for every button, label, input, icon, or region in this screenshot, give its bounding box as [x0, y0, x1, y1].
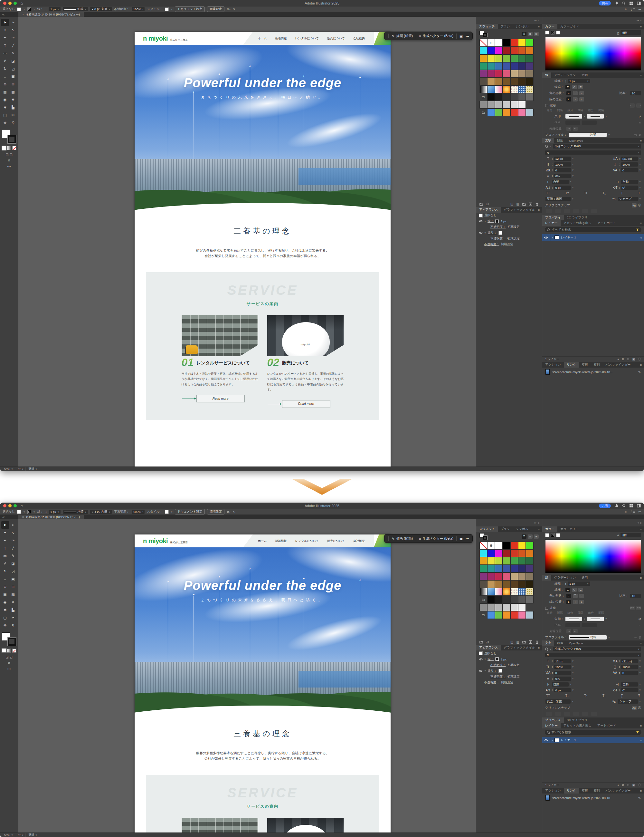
swatch[interactable] — [526, 557, 534, 565]
new-swatch-icon[interactable] — [529, 640, 532, 644]
swatch[interactable] — [480, 573, 487, 580]
swatch[interactable] — [518, 47, 526, 54]
panel-menu-icon[interactable]: ≡ — [538, 645, 542, 650]
tab-appearance[interactable]: アピアランス — [476, 645, 501, 650]
direct-selection-tool-icon[interactable]: ➢ — [9, 521, 17, 529]
swatch[interactable] — [487, 62, 495, 70]
distribute-icon[interactable]: ⋮≡ — [630, 510, 635, 514]
superscript-button[interactable]: T¹ — [584, 694, 587, 698]
direct-selection-tool-icon[interactable]: ➢ — [9, 19, 17, 26]
new-swatch-icon[interactable] — [529, 202, 532, 206]
subscript-button[interactable]: T₁ — [603, 191, 605, 195]
panel-menu-icon[interactable]: ≡ — [640, 723, 644, 729]
tracking-field[interactable]: 0 — [621, 671, 638, 675]
swatch[interactable] — [480, 604, 487, 611]
swatch[interactable] — [480, 549, 487, 557]
opacity-field[interactable]: 100%› — [132, 510, 145, 514]
info-icon[interactable]: ⓘ — [638, 203, 641, 207]
swatch[interactable] — [503, 596, 510, 604]
new-sublayer-icon[interactable]: ⊞ — [627, 783, 629, 787]
color-black-chip[interactable] — [551, 31, 554, 34]
bell-icon[interactable] — [615, 1, 619, 5]
swatch-libraries-icon[interactable] — [480, 640, 483, 644]
align-icon[interactable]: ⌗ — [625, 510, 627, 514]
superscript-button[interactable]: T¹ — [584, 191, 587, 195]
layer-name[interactable]: レイヤー 1 — [561, 236, 576, 240]
swatch[interactable] — [510, 70, 518, 78]
cap-butt-icon[interactable]: ⊏ — [565, 85, 570, 89]
panel-menu-icon[interactable]: ≡ — [538, 207, 542, 213]
panel-menu-icon[interactable]: ≡ — [640, 138, 644, 143]
swatch[interactable] — [480, 62, 487, 70]
new-layer-icon[interactable]: ▣ — [632, 358, 635, 361]
swatch[interactable] — [518, 101, 526, 108]
color-mode-button[interactable] — [2, 648, 6, 653]
swatch[interactable] — [526, 542, 534, 549]
tab-transform[interactable]: 変形 — [579, 362, 591, 368]
align-icon[interactable]: ⌗ — [625, 7, 627, 11]
swatch[interactable] — [495, 565, 503, 573]
swatch[interactable] — [480, 580, 487, 588]
tab-paragraph[interactable]: 段落 — [554, 640, 566, 646]
draw-pencil-button[interactable]: ✎ 描画 (鉛筆) — [392, 34, 413, 38]
new-folder-icon[interactable] — [522, 202, 526, 206]
preferences-button[interactable]: 環境設定 — [207, 7, 224, 12]
stroke-swatch[interactable] — [8, 135, 16, 143]
swatch[interactable] — [510, 573, 518, 580]
swatch[interactable] — [487, 573, 495, 580]
arrow-scale-start-field[interactable] — [565, 623, 580, 627]
perspective-grid-tool-icon[interactable]: ⊞ — [9, 80, 17, 88]
swatch[interactable] — [495, 101, 503, 108]
tsume-right-field[interactable]: 自動 — [621, 682, 638, 686]
tip-place-icon[interactable]: ⇤ — [573, 126, 578, 131]
stroke-profile-dropdown[interactable]: 均等∨ — [63, 510, 88, 514]
appearance-fill-chip[interactable] — [498, 231, 502, 235]
align-inside-icon[interactable]: ŀ — [573, 600, 578, 604]
swatch[interactable] — [526, 549, 534, 557]
fill-stroke-indicator[interactable] — [2, 130, 16, 143]
color-white-chip[interactable] — [556, 533, 560, 537]
swatch[interactable] — [480, 542, 487, 549]
join-round-icon[interactable]: ⌒ — [573, 594, 578, 598]
tab-asset-export[interactable]: アセットの書き出し — [560, 220, 595, 226]
swatch[interactable] — [495, 611, 503, 619]
bell-icon[interactable] — [615, 504, 619, 508]
tip-extend-icon[interactable]: ⇥ — [566, 629, 571, 633]
panel-toggle-icon[interactable] — [637, 504, 641, 508]
fill-stroke-indicator[interactable] — [2, 632, 16, 646]
line-segment-tool-icon[interactable]: ╱ — [9, 42, 17, 49]
cap-round-icon[interactable]: ⊂ — [572, 588, 577, 592]
list-view-icon[interactable]: ≣ — [528, 535, 533, 539]
flip-across-icon[interactable]: ⇵ — [639, 133, 641, 136]
swatch[interactable] — [480, 78, 487, 85]
dashed-line-checkbox[interactable] — [545, 607, 548, 610]
style-chip[interactable] — [165, 510, 169, 514]
pen-tool-icon[interactable]: ✒ — [1, 34, 9, 41]
arrowhead-end-dropdown[interactable] — [587, 114, 604, 118]
toolbar-collapse-icon[interactable]: ≪ — [0, 12, 18, 17]
swatch[interactable] — [487, 611, 495, 619]
appearance-opacity-link[interactable]: 不透明度： — [490, 675, 506, 679]
font-search-icon[interactable] — [545, 648, 548, 650]
swatch[interactable] — [510, 596, 518, 604]
tsume-right-field[interactable]: 自動 — [621, 180, 638, 184]
cap-round-icon[interactable]: ⊂ — [572, 85, 577, 89]
document-tab[interactable]: × 名称未設定-1* @ 50 % (RGB/プレビュー) — [18, 12, 84, 17]
color-mode-button[interactable] — [2, 146, 6, 150]
swatch-themes-icon[interactable]: 🗗 — [486, 640, 489, 644]
align-center-icon[interactable]: Ŀ — [566, 97, 571, 102]
new-folder-icon[interactable] — [522, 640, 526, 644]
tab-symbols[interactable]: シンボル — [513, 527, 531, 532]
locate-object-icon[interactable]: ⌖ — [617, 783, 619, 787]
stroke-width-field[interactable]: 1 px∨ — [49, 510, 61, 514]
gradient-tool-icon[interactable]: ▩ — [9, 591, 17, 598]
collapse-panels-icon[interactable]: ⇤ ≡ — [476, 17, 542, 24]
leading-field[interactable]: (21 px) — [621, 157, 638, 161]
document-setup-button[interactable]: ドキュメント設定 — [175, 7, 205, 12]
eyedropper-tool-icon[interactable]: ◉ — [1, 599, 9, 606]
snap-option-icon[interactable] — [582, 209, 588, 213]
rotate-tool-icon[interactable]: ↻ — [1, 568, 9, 575]
shaper-tool-icon[interactable]: ✐ — [1, 560, 9, 567]
document-tab[interactable]: × 名称未設定-1* @ 50 % (RGB/プレビュー) — [18, 515, 84, 519]
tab-character[interactable]: 文字 — [542, 138, 554, 143]
